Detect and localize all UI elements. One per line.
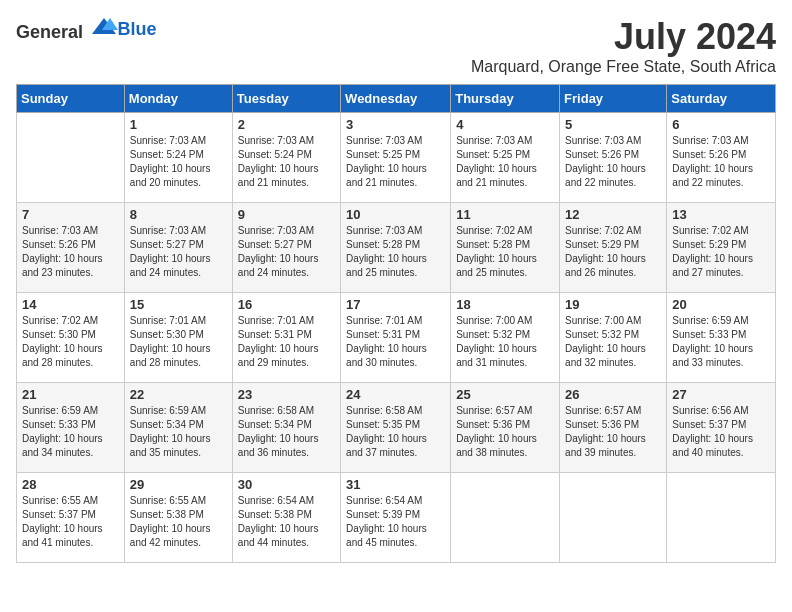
day-number: 28 [22,477,119,492]
day-info: Sunrise: 7:01 AMSunset: 5:30 PMDaylight:… [130,314,227,370]
header-wednesday: Wednesday [341,85,451,113]
day-number: 18 [456,297,554,312]
logo-icon [90,16,118,38]
cell-2-1: 15 Sunrise: 7:01 AMSunset: 5:30 PMDaylig… [124,293,232,383]
cell-4-6 [667,473,776,563]
day-number: 29 [130,477,227,492]
cell-4-2: 30 Sunrise: 6:54 AMSunset: 5:38 PMDaylig… [232,473,340,563]
cell-0-3: 3 Sunrise: 7:03 AMSunset: 5:25 PMDayligh… [341,113,451,203]
cell-0-1: 1 Sunrise: 7:03 AMSunset: 5:24 PMDayligh… [124,113,232,203]
cell-1-5: 12 Sunrise: 7:02 AMSunset: 5:29 PMDaylig… [560,203,667,293]
cell-0-4: 4 Sunrise: 7:03 AMSunset: 5:25 PMDayligh… [451,113,560,203]
cell-4-3: 31 Sunrise: 6:54 AMSunset: 5:39 PMDaylig… [341,473,451,563]
day-info: Sunrise: 7:03 AMSunset: 5:24 PMDaylight:… [238,134,335,190]
cell-3-3: 24 Sunrise: 6:58 AMSunset: 5:35 PMDaylig… [341,383,451,473]
header-monday: Monday [124,85,232,113]
logo-text-general: General [16,22,83,42]
day-number: 31 [346,477,445,492]
cell-2-5: 19 Sunrise: 7:00 AMSunset: 5:32 PMDaylig… [560,293,667,383]
day-number: 19 [565,297,661,312]
day-number: 7 [22,207,119,222]
cell-2-4: 18 Sunrise: 7:00 AMSunset: 5:32 PMDaylig… [451,293,560,383]
day-number: 1 [130,117,227,132]
day-info: Sunrise: 7:03 AMSunset: 5:25 PMDaylight:… [456,134,554,190]
cell-4-0: 28 Sunrise: 6:55 AMSunset: 5:37 PMDaylig… [17,473,125,563]
day-number: 22 [130,387,227,402]
day-info: Sunrise: 6:58 AMSunset: 5:35 PMDaylight:… [346,404,445,460]
day-number: 24 [346,387,445,402]
day-number: 16 [238,297,335,312]
day-info: Sunrise: 7:02 AMSunset: 5:29 PMDaylight:… [565,224,661,280]
day-info: Sunrise: 7:03 AMSunset: 5:27 PMDaylight:… [130,224,227,280]
cell-3-0: 21 Sunrise: 6:59 AMSunset: 5:33 PMDaylig… [17,383,125,473]
day-number: 25 [456,387,554,402]
day-info: Sunrise: 7:00 AMSunset: 5:32 PMDaylight:… [456,314,554,370]
day-info: Sunrise: 7:03 AMSunset: 5:25 PMDaylight:… [346,134,445,190]
day-number: 12 [565,207,661,222]
day-number: 8 [130,207,227,222]
day-number: 14 [22,297,119,312]
week-row-2: 7 Sunrise: 7:03 AMSunset: 5:26 PMDayligh… [17,203,776,293]
cell-0-0 [17,113,125,203]
day-info: Sunrise: 6:55 AMSunset: 5:38 PMDaylight:… [130,494,227,550]
day-number: 4 [456,117,554,132]
day-number: 23 [238,387,335,402]
weekday-header-row: Sunday Monday Tuesday Wednesday Thursday… [17,85,776,113]
day-number: 27 [672,387,770,402]
day-info: Sunrise: 7:03 AMSunset: 5:28 PMDaylight:… [346,224,445,280]
day-info: Sunrise: 6:57 AMSunset: 5:36 PMDaylight:… [456,404,554,460]
day-number: 15 [130,297,227,312]
week-row-3: 14 Sunrise: 7:02 AMSunset: 5:30 PMDaylig… [17,293,776,383]
cell-2-3: 17 Sunrise: 7:01 AMSunset: 5:31 PMDaylig… [341,293,451,383]
day-info: Sunrise: 6:59 AMSunset: 5:34 PMDaylight:… [130,404,227,460]
day-info: Sunrise: 7:02 AMSunset: 5:28 PMDaylight:… [456,224,554,280]
day-info: Sunrise: 7:02 AMSunset: 5:30 PMDaylight:… [22,314,119,370]
day-info: Sunrise: 6:54 AMSunset: 5:39 PMDaylight:… [346,494,445,550]
cell-2-2: 16 Sunrise: 7:01 AMSunset: 5:31 PMDaylig… [232,293,340,383]
cell-0-5: 5 Sunrise: 7:03 AMSunset: 5:26 PMDayligh… [560,113,667,203]
calendar-table: Sunday Monday Tuesday Wednesday Thursday… [16,84,776,563]
day-info: Sunrise: 7:01 AMSunset: 5:31 PMDaylight:… [346,314,445,370]
day-info: Sunrise: 7:02 AMSunset: 5:29 PMDaylight:… [672,224,770,280]
day-info: Sunrise: 6:56 AMSunset: 5:37 PMDaylight:… [672,404,770,460]
cell-3-4: 25 Sunrise: 6:57 AMSunset: 5:36 PMDaylig… [451,383,560,473]
day-number: 2 [238,117,335,132]
cell-1-2: 9 Sunrise: 7:03 AMSunset: 5:27 PMDayligh… [232,203,340,293]
header-friday: Friday [560,85,667,113]
cell-2-0: 14 Sunrise: 7:02 AMSunset: 5:30 PMDaylig… [17,293,125,383]
week-row-1: 1 Sunrise: 7:03 AMSunset: 5:24 PMDayligh… [17,113,776,203]
day-number: 26 [565,387,661,402]
day-number: 21 [22,387,119,402]
day-info: Sunrise: 6:54 AMSunset: 5:38 PMDaylight:… [238,494,335,550]
page-header: General Blue July 2024 Marquard, Orange … [16,16,776,76]
day-info: Sunrise: 6:59 AMSunset: 5:33 PMDaylight:… [672,314,770,370]
day-number: 10 [346,207,445,222]
header-tuesday: Tuesday [232,85,340,113]
day-info: Sunrise: 7:03 AMSunset: 5:27 PMDaylight:… [238,224,335,280]
day-number: 13 [672,207,770,222]
day-info: Sunrise: 7:03 AMSunset: 5:26 PMDaylight:… [22,224,119,280]
day-info: Sunrise: 7:00 AMSunset: 5:32 PMDaylight:… [565,314,661,370]
cell-1-4: 11 Sunrise: 7:02 AMSunset: 5:28 PMDaylig… [451,203,560,293]
week-row-4: 21 Sunrise: 6:59 AMSunset: 5:33 PMDaylig… [17,383,776,473]
day-info: Sunrise: 7:01 AMSunset: 5:31 PMDaylight:… [238,314,335,370]
week-row-5: 28 Sunrise: 6:55 AMSunset: 5:37 PMDaylig… [17,473,776,563]
cell-1-0: 7 Sunrise: 7:03 AMSunset: 5:26 PMDayligh… [17,203,125,293]
cell-3-5: 26 Sunrise: 6:57 AMSunset: 5:36 PMDaylig… [560,383,667,473]
day-number: 5 [565,117,661,132]
day-number: 9 [238,207,335,222]
logo: General Blue [16,16,157,43]
cell-0-6: 6 Sunrise: 7:03 AMSunset: 5:26 PMDayligh… [667,113,776,203]
day-info: Sunrise: 6:55 AMSunset: 5:37 PMDaylight:… [22,494,119,550]
day-info: Sunrise: 7:03 AMSunset: 5:26 PMDaylight:… [565,134,661,190]
cell-4-1: 29 Sunrise: 6:55 AMSunset: 5:38 PMDaylig… [124,473,232,563]
cell-4-4 [451,473,560,563]
location-title: Marquard, Orange Free State, South Afric… [471,58,776,76]
cell-3-2: 23 Sunrise: 6:58 AMSunset: 5:34 PMDaylig… [232,383,340,473]
cell-1-3: 10 Sunrise: 7:03 AMSunset: 5:28 PMDaylig… [341,203,451,293]
day-info: Sunrise: 6:57 AMSunset: 5:36 PMDaylight:… [565,404,661,460]
day-number: 17 [346,297,445,312]
day-number: 20 [672,297,770,312]
day-number: 6 [672,117,770,132]
day-info: Sunrise: 7:03 AMSunset: 5:24 PMDaylight:… [130,134,227,190]
